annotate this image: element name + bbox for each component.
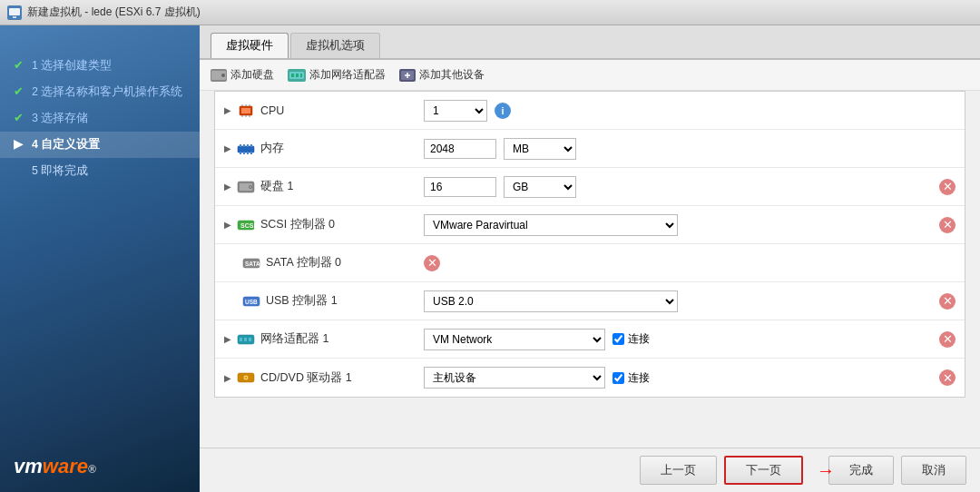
other-icon	[399, 69, 416, 82]
step-1-label: 1 选择创建类型	[32, 58, 112, 74]
scsi-remove-button[interactable]: ✕	[939, 217, 956, 233]
hdd-text: 硬盘 1	[260, 179, 293, 194]
cdrom-controls: 主机设备 数据存储 ISO 文件 客户端设备 连接 ✕	[424, 367, 956, 389]
cdrom-expand[interactable]: ▶	[224, 373, 231, 383]
ram-input[interactable]	[424, 139, 496, 159]
svg-rect-43	[240, 338, 242, 341]
usb-text: USB 控制器 1	[266, 293, 338, 309]
sata-controls: ✕	[424, 255, 956, 271]
svg-rect-27	[250, 144, 252, 147]
step-3-check: ✔	[14, 111, 26, 124]
step-4-arrow: ▶	[14, 137, 26, 151]
nic-network-select[interactable]: VM Network Management Network	[424, 329, 605, 350]
hdd-icon	[211, 69, 227, 82]
tabs-bar: 虚拟硬件 虚拟机选项	[200, 25, 980, 60]
step-2-label: 2 选择名称和客户机操作系统	[32, 84, 182, 100]
svg-rect-23	[238, 146, 254, 153]
cdrom-text: CD/DVD 驱动器 1	[260, 370, 352, 386]
usb-icon: USB	[242, 294, 260, 309]
hdd-unit-select[interactable]: GB TB MB	[504, 176, 576, 198]
svg-rect-28	[240, 152, 241, 154]
usb-type-select[interactable]: USB 2.0 USB 3.0	[424, 290, 678, 312]
hdd-remove-button[interactable]: ✕	[939, 179, 956, 195]
usb-label: USB USB 控制器 1	[224, 293, 424, 309]
svg-rect-8	[291, 74, 294, 77]
toolbar: 添加硬盘 添加网络适配器 添加其他设备	[200, 60, 980, 91]
cpu-icon	[237, 103, 255, 118]
add-hdd-label: 添加硬盘	[230, 67, 274, 83]
hdd-controls: GB TB MB ✕	[424, 176, 956, 198]
svg-rect-2	[13, 16, 16, 18]
nic-icon	[288, 69, 306, 82]
cpu-text: CPU	[260, 104, 284, 117]
sidebar-step-4: ▶ 4 自定义设置	[0, 132, 200, 158]
bottom-bar: 上一页 下一页 → 完成 取消	[200, 448, 980, 492]
svg-point-5	[221, 74, 225, 77]
vm-icon	[7, 5, 22, 20]
cpu-row: ▶ CPU	[215, 92, 965, 130]
content-area: 虚拟硬件 虚拟机选项 添加硬盘 添	[200, 25, 980, 492]
next-button[interactable]: 下一页	[724, 456, 803, 485]
cdrom-connected-checkbox[interactable]	[612, 372, 624, 384]
title-bar: 新建虚拟机 - lede (ESXi 6.7 虚拟机)	[0, 0, 980, 25]
add-nic-button[interactable]: 添加网络适配器	[288, 67, 386, 83]
cdrom-row: ▶ CD/DVD 驱动器 1 主机设备 数据存储 ISO 文件 客户端设备	[215, 359, 965, 397]
hdd-input[interactable]	[424, 177, 496, 197]
hdd-label: ▶ 硬盘 1	[224, 179, 424, 194]
hdd-expand[interactable]: ▶	[224, 182, 231, 192]
cpu-info-icon[interactable]: i	[495, 103, 511, 119]
add-nic-label: 添加网络适配器	[309, 67, 386, 83]
cdrom-source-select[interactable]: 主机设备 数据存储 ISO 文件 客户端设备	[424, 367, 605, 389]
step-3-label: 3 选择存储	[32, 111, 88, 126]
svg-rect-9	[296, 74, 299, 77]
step-2-check: ✔	[14, 84, 26, 98]
svg-rect-26	[247, 144, 249, 147]
sata-row: SATA SATA 控制器 0 ✕	[215, 244, 965, 282]
svg-point-35	[250, 186, 251, 188]
scsi-text: SCSI 控制器 0	[260, 217, 335, 232]
sidebar-step-3: ✔ 3 选择存储	[0, 105, 200, 132]
cpu-label: ▶ CPU	[224, 103, 424, 118]
step-1-check: ✔	[14, 58, 26, 72]
trademark: ®	[88, 463, 96, 476]
ram-expand[interactable]: ▶	[224, 143, 231, 153]
hdd-row: ▶ 硬盘 1 GB TB	[215, 168, 965, 206]
form-area: ▶ CPU	[214, 91, 965, 398]
scsi-icon: SCSI	[237, 218, 255, 232]
tab-hardware[interactable]: 虚拟硬件	[211, 33, 289, 58]
sidebar-step-2: ✔ 2 选择名称和客户机操作系统	[0, 79, 200, 105]
ram-row: ▶ 内存	[215, 130, 965, 168]
sata-icon: SATA	[242, 256, 260, 271]
scsi-expand[interactable]: ▶	[224, 220, 231, 230]
tab-options[interactable]: 虚拟机选项	[290, 33, 380, 58]
cdrom-remove-button[interactable]: ✕	[939, 369, 956, 386]
svg-text:USB: USB	[245, 299, 258, 305]
svg-rect-16	[241, 108, 250, 113]
nic-connected-label: 连接	[612, 331, 650, 347]
nic-connected-checkbox[interactable]	[612, 333, 624, 345]
steps-list: ✔ 1 选择创建类型 ✔ 2 选择名称和客户机操作系统 ✔ 3 选择存储 ▶ 4…	[0, 44, 200, 441]
ram-icon	[237, 142, 255, 156]
svg-rect-44	[244, 338, 247, 341]
nic-remove-button[interactable]: ✕	[939, 331, 956, 348]
sata-remove-button[interactable]: ✕	[424, 255, 440, 271]
cpu-select[interactable]: 1 2 4 8	[424, 100, 487, 122]
prev-button[interactable]: 上一页	[640, 456, 717, 485]
nic-expand[interactable]: ▶	[224, 334, 231, 344]
disk-icon	[237, 180, 255, 194]
vm-text: vm	[14, 455, 43, 477]
scsi-controls: VMware Paravirtual LSI Logic SAS LSI Log…	[424, 214, 956, 236]
nic-connected-text: 连接	[628, 331, 650, 347]
cpu-expand[interactable]: ▶	[224, 105, 231, 115]
nic-text: 网络适配器 1	[260, 331, 328, 347]
add-other-button[interactable]: 添加其他设备	[399, 67, 485, 83]
add-hdd-button[interactable]: 添加硬盘	[211, 67, 274, 83]
finish-button[interactable]: 完成	[828, 456, 894, 485]
usb-remove-button[interactable]: ✕	[939, 293, 956, 310]
sidebar-step-5: 5 即将完成	[0, 158, 200, 184]
cancel-button[interactable]: 取消	[901, 456, 966, 485]
ram-unit-select[interactable]: MB GB	[504, 138, 576, 160]
svg-text:SCSI: SCSI	[240, 222, 255, 229]
scsi-type-select[interactable]: VMware Paravirtual LSI Logic SAS LSI Log…	[424, 214, 678, 236]
step-4-label: 4 自定义设置	[32, 137, 100, 153]
